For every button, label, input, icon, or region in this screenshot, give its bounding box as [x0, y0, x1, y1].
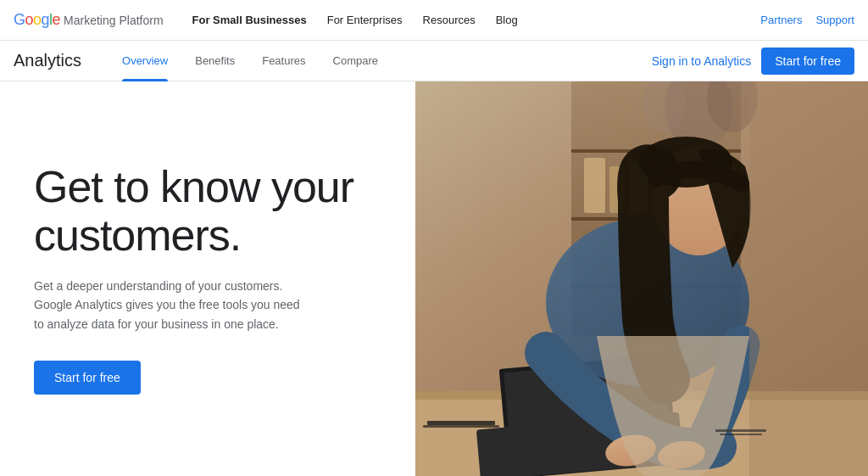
nav-enterprises[interactable]: For Enterprises: [319, 8, 411, 31]
top-nav-links: For Small Businesses For Enterprises Res…: [184, 8, 761, 31]
start-free-button-header[interactable]: Start for free: [761, 48, 854, 75]
svg-rect-25: [423, 425, 499, 428]
sub-nav-links: Overview Benefits Features Compare: [108, 41, 652, 81]
start-free-button-hero[interactable]: Start for free: [34, 361, 141, 395]
hero-heading: Get to know your customers.: [34, 163, 364, 260]
google-logo: Google: [14, 11, 60, 29]
tab-benefits[interactable]: Benefits: [181, 41, 248, 81]
tab-features[interactable]: Features: [248, 41, 319, 81]
logo-area: Google Marketing Platform: [14, 11, 164, 29]
svg-rect-27: [720, 434, 762, 435]
nav-small-business[interactable]: For Small Businesses: [184, 8, 315, 31]
hero-content: Get to know your customers. Get a deeper…: [0, 81, 415, 476]
hero-subtext: Get a deeper understanding of your custo…: [34, 277, 305, 333]
sub-nav-right: Sign in to Analytics Start for free: [652, 48, 854, 75]
svg-rect-24: [427, 421, 495, 425]
svg-rect-23: [749, 81, 868, 476]
tab-overview[interactable]: Overview: [108, 41, 181, 81]
partners-link[interactable]: Partners: [760, 14, 802, 26]
svg-rect-5: [584, 158, 605, 213]
platform-name: Marketing Platform: [64, 14, 163, 27]
nav-resources[interactable]: Resources: [415, 8, 484, 31]
nav-blog[interactable]: Blog: [487, 8, 526, 31]
sub-navigation: Analytics Overview Benefits Features Com…: [0, 41, 868, 81]
hero-section: Get to know your customers. Get a deeper…: [0, 81, 868, 476]
top-navigation: Google Marketing Platform For Small Busi…: [0, 0, 868, 41]
svg-rect-26: [715, 429, 766, 432]
sign-in-link[interactable]: Sign in to Analytics: [652, 54, 752, 68]
tab-compare[interactable]: Compare: [320, 41, 392, 81]
support-link[interactable]: Support: [815, 14, 854, 26]
analytics-logo: Analytics: [14, 51, 81, 70]
top-nav-right: Partners Support: [760, 14, 854, 26]
